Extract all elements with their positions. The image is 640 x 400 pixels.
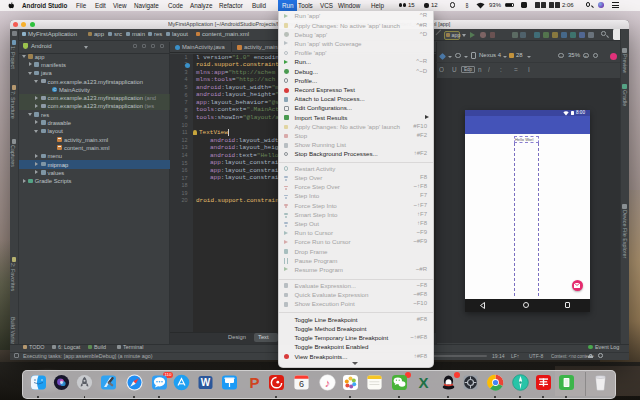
svg-text:X: X (418, 374, 428, 391)
svg-text:P: P (249, 374, 259, 391)
svg-text:♪: ♪ (324, 377, 330, 389)
svg-text:6: 6 (298, 379, 303, 389)
svg-text:W: W (200, 377, 210, 388)
